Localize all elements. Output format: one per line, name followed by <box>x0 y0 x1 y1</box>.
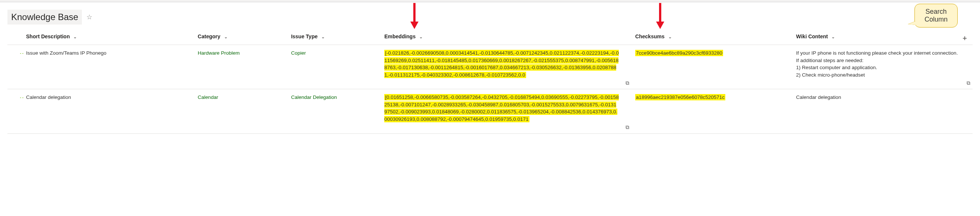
embeddings-cell: [0.01651258,-0.0066580735,-0.003587264,-… <box>384 94 619 122</box>
chevron-down-icon: ⌄ <box>321 35 325 39</box>
wiki-content-cell: Calendar delegation <box>796 94 960 101</box>
col-short-description[interactable]: Short Description ⌄ <box>8 28 194 45</box>
checksum-cell: a18996aec219387e056e6078c520571c <box>635 94 725 100</box>
page-header: Knowledge Base ☆ Search Column <box>0 2 980 28</box>
col-checksums[interactable]: Checksums ⌄ <box>632 28 792 45</box>
popout-icon[interactable]: ⧉ <box>625 123 629 131</box>
chevron-down-icon: ⌄ <box>831 35 835 39</box>
col-issue-type[interactable]: Issue Type ⌄ <box>288 28 381 45</box>
callout-line1: Search <box>924 8 948 16</box>
short-description-cell: ⸼⸼ Issue with Zoom/Teams IP Phonego <box>26 50 107 56</box>
embeddings-cell: [-0.021826,-0.0026690508,0.0003414541,-0… <box>384 50 619 78</box>
popout-icon[interactable]: ⧉ <box>625 79 629 87</box>
callout-line2: Column <box>924 16 948 24</box>
table-row[interactable]: ⸼⸼ Issue with Zoom/Teams IP Phonego Hard… <box>8 45 972 89</box>
search-column-callout: Search Column <box>915 4 958 27</box>
category-link[interactable]: Hardware Problem <box>198 50 240 56</box>
checksum-cell: 7cce90bce4ae6bc89a290c3cf6933280 <box>635 50 723 56</box>
add-column-icon[interactable]: ＋ <box>961 33 968 43</box>
col-wiki-content[interactable]: Wiki Content ⌄ ＋ <box>792 28 972 45</box>
page-title: Knowledge Base <box>8 9 82 25</box>
category-link[interactable]: Calendar <box>198 95 218 100</box>
knowledge-base-table: Short Description ⌄ Category ⌄ Issue Typ… <box>8 28 972 134</box>
popout-icon[interactable]: ⧉ <box>967 79 970 87</box>
issue-type-link[interactable]: Calendar Delegation <box>291 95 337 100</box>
chevron-down-icon: ⌄ <box>668 35 672 39</box>
chevron-down-icon: ⌄ <box>419 35 423 39</box>
short-description-cell: ⸼⸼ Calendar delegation <box>26 95 71 100</box>
issue-type-link[interactable]: Copier <box>291 50 306 56</box>
col-category[interactable]: Category ⌄ <box>194 28 288 45</box>
favorite-star-icon[interactable]: ☆ <box>86 13 92 21</box>
table-row[interactable]: ⸼⸼ Calendar delegation Calendar Calendar… <box>8 89 972 134</box>
status-tick-icon: ⸼⸼ <box>19 50 24 55</box>
wiki-content-cell: If your IP phone is not functioning plea… <box>796 49 960 79</box>
col-embeddings[interactable]: Embeddings ⌄ <box>380 28 632 45</box>
chevron-down-icon: ⌄ <box>73 35 77 39</box>
chevron-down-icon: ⌄ <box>224 35 228 39</box>
status-tick-icon: ⸼⸼ <box>19 95 24 99</box>
